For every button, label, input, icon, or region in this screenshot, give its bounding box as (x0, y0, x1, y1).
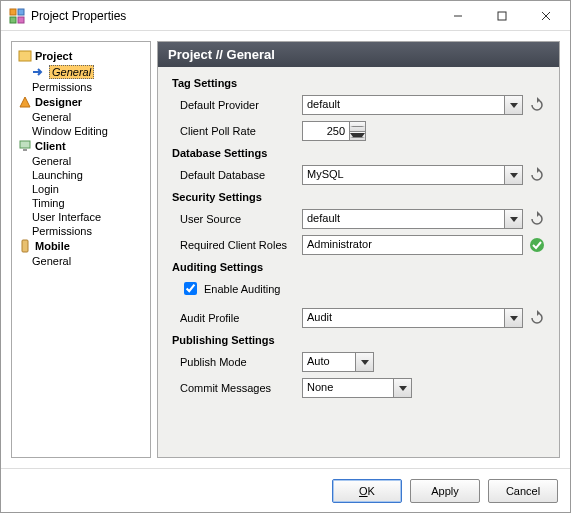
svg-rect-5 (498, 12, 506, 20)
svg-rect-9 (20, 141, 30, 148)
dialog-buttons: OK Apply Cancel (1, 468, 570, 512)
spinner-up-button[interactable] (350, 122, 365, 132)
minimize-button[interactable] (436, 2, 480, 30)
nav-tree[interactable]: Project General Permissions Designer Gen… (11, 41, 151, 458)
section-tag-settings: Tag Settings (172, 77, 545, 89)
svg-rect-1 (18, 9, 24, 15)
tree-item-designer-window-editing[interactable]: Window Editing (16, 124, 146, 138)
tree-item-client-login[interactable]: Login (16, 182, 146, 196)
app-icon (9, 8, 25, 24)
section-publishing-settings: Publishing Settings (172, 334, 545, 346)
client-poll-rate-spinner[interactable] (302, 121, 366, 141)
default-provider-combo[interactable]: default (302, 95, 523, 115)
chevron-down-icon[interactable] (504, 309, 522, 327)
panel-header: Project // General (158, 42, 559, 67)
label-publish-mode: Publish Mode (172, 356, 302, 368)
required-client-roles-field[interactable]: Administrator (302, 235, 523, 255)
label-audit-profile: Audit Profile (172, 312, 302, 324)
section-database-settings: Database Settings (172, 147, 545, 159)
tree-item-client-launching[interactable]: Launching (16, 168, 146, 182)
user-source-combo[interactable]: default (302, 209, 523, 229)
tree-item-designer-general[interactable]: General (16, 110, 146, 124)
ok-button[interactable]: OK (332, 479, 402, 503)
label-user-source: User Source (172, 213, 302, 225)
label-client-poll-rate: Client Poll Rate (172, 125, 302, 137)
label-default-provider: Default Provider (172, 99, 302, 111)
maximize-button[interactable] (480, 2, 524, 30)
section-security-settings: Security Settings (172, 191, 545, 203)
chevron-down-icon[interactable] (504, 210, 522, 228)
arrow-right-icon (32, 65, 46, 79)
refresh-icon[interactable] (529, 97, 545, 113)
chevron-down-icon[interactable] (355, 353, 373, 371)
tree-node-designer[interactable]: Designer (16, 94, 146, 110)
svg-rect-10 (23, 149, 27, 151)
tree-item-client-permissions[interactable]: Permissions (16, 224, 146, 238)
close-button[interactable] (524, 2, 568, 30)
check-ok-icon (529, 237, 545, 253)
svg-rect-2 (10, 17, 16, 23)
titlebar: Project Properties (1, 1, 570, 31)
client-poll-rate-input[interactable] (303, 122, 349, 140)
enable-auditing-checkbox[interactable] (184, 282, 197, 295)
tree-node-client[interactable]: Client (16, 138, 146, 154)
tree-item-project-permissions[interactable]: Permissions (16, 80, 146, 94)
spinner-down-button[interactable] (350, 132, 365, 141)
main-panel: Project // General Tag Settings Default … (157, 41, 560, 458)
chevron-down-icon[interactable] (504, 166, 522, 184)
project-properties-window: Project Properties Project General Permi… (0, 0, 571, 513)
window-title: Project Properties (31, 9, 436, 23)
cancel-button[interactable]: Cancel (488, 479, 558, 503)
tree-node-project[interactable]: Project (16, 48, 146, 64)
label-enable-auditing: Enable Auditing (204, 283, 280, 295)
apply-button[interactable]: Apply (410, 479, 480, 503)
svg-rect-3 (18, 17, 24, 23)
client-icon (18, 139, 32, 153)
section-auditing-settings: Auditing Settings (172, 261, 545, 273)
svg-rect-8 (19, 51, 31, 61)
refresh-icon[interactable] (529, 211, 545, 227)
label-default-database: Default Database (172, 169, 302, 181)
tree-item-project-general[interactable]: General (16, 64, 146, 80)
tree-item-mobile-general[interactable]: General (16, 254, 146, 268)
chevron-down-icon[interactable] (393, 379, 411, 397)
publish-mode-combo[interactable]: Auto (302, 352, 374, 372)
label-required-client-roles: Required Client Roles (172, 239, 302, 251)
chevron-down-icon[interactable] (504, 96, 522, 114)
tree-node-mobile[interactable]: Mobile (16, 238, 146, 254)
commit-messages-combo[interactable]: None (302, 378, 412, 398)
tree-item-client-general[interactable]: General (16, 154, 146, 168)
refresh-icon[interactable] (529, 167, 545, 183)
label-commit-messages: Commit Messages (172, 382, 302, 394)
refresh-icon[interactable] (529, 310, 545, 326)
default-database-combo[interactable]: MySQL (302, 165, 523, 185)
svg-rect-11 (22, 240, 28, 252)
project-icon (18, 49, 32, 63)
svg-point-12 (530, 238, 544, 252)
designer-icon (18, 95, 32, 109)
audit-profile-combo[interactable]: Audit (302, 308, 523, 328)
tree-item-client-user-interface[interactable]: User Interface (16, 210, 146, 224)
mobile-icon (18, 239, 32, 253)
tree-item-client-timing[interactable]: Timing (16, 196, 146, 210)
svg-rect-0 (10, 9, 16, 15)
